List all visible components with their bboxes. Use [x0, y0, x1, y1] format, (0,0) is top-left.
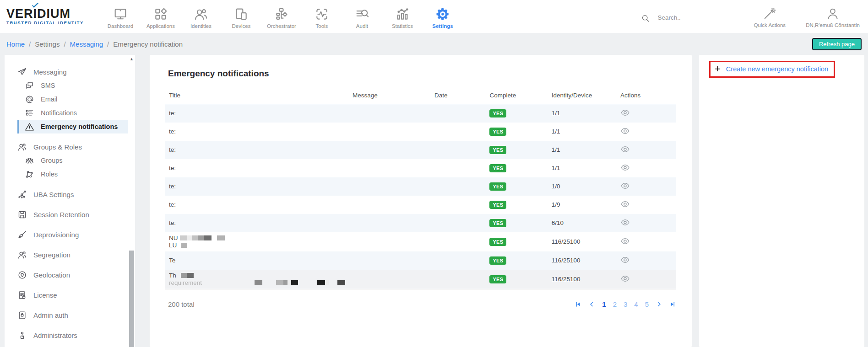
devices-icon: [234, 7, 249, 21]
at-sign-icon: [25, 95, 34, 104]
table-row: te: YES 1/1: [165, 123, 676, 141]
sidebar-item-groups-roles[interactable]: Groups & Roles: [17, 140, 128, 154]
nav-item-settings[interactable]: Settings: [423, 4, 463, 29]
quick-actions-label: Quick Actions: [754, 22, 786, 28]
table-row: te: YES 1/0: [165, 177, 676, 196]
nav-item-tools[interactable]: Tools: [302, 4, 342, 29]
page-number-5[interactable]: 5: [645, 300, 649, 308]
sidebar-item-uba-settings[interactable]: UBA Settings: [17, 187, 128, 201]
eye-icon[interactable]: [620, 108, 630, 117]
eye-icon[interactable]: [620, 163, 630, 172]
actions-cell: [617, 196, 676, 214]
complete-badge: YES: [489, 275, 506, 283]
eye-icon[interactable]: [620, 126, 630, 136]
top-navigation: Dashboard Applications Identities Device…: [100, 4, 463, 29]
prev-page-icon[interactable]: [588, 301, 595, 308]
globe-pin-icon: [17, 270, 27, 280]
topbar-right: Quick Actions DN,R'emuß Cönstantin: [641, 5, 860, 28]
page-number-3[interactable]: 3: [624, 300, 627, 308]
refresh-page-button[interactable]: Refresh page: [812, 38, 862, 50]
breadcrumb-item[interactable]: Home: [6, 40, 25, 48]
page-number-1[interactable]: 1: [602, 300, 606, 308]
nav-label: Orchestrator: [267, 23, 296, 29]
search-input[interactable]: [656, 12, 733, 24]
eye-icon[interactable]: [620, 144, 630, 154]
nav-item-orchestrator[interactable]: Orchestrator: [261, 4, 302, 29]
create-emergency-notification-button[interactable]: + Create new emergency notification: [715, 65, 828, 73]
nav-item-devices[interactable]: Devices: [221, 4, 261, 29]
nav-item-dashboard[interactable]: Dashboard: [100, 4, 141, 29]
sidebar-item-geolocation[interactable]: Geolocation: [17, 268, 128, 282]
redaction-block: [255, 280, 262, 285]
floppy-disk-icon: [17, 210, 27, 219]
eye-icon[interactable]: [620, 274, 630, 283]
user-menu[interactable]: DN,R'emuß Cönstantin: [806, 5, 860, 28]
sidebar-item-segregation[interactable]: Segregation: [17, 248, 128, 262]
sidebar-item-emergency-notifications[interactable]: Emergency notifications: [17, 120, 128, 133]
page-number-2[interactable]: 2: [613, 300, 617, 308]
group-icon: [25, 156, 34, 165]
sidebar-item-administrators[interactable]: Administrators: [17, 328, 128, 342]
complete-cell: YES: [486, 214, 548, 232]
nav-item-identities[interactable]: Identities: [181, 4, 221, 29]
brand-logo[interactable]: VERIDIUM TRUSTED DIGITAL IDENTITY: [6, 8, 84, 25]
sidebar-item-session-retention[interactable]: Session Retention: [17, 208, 128, 221]
sidebar-scrollbar[interactable]: ▲: [129, 57, 135, 347]
sidebar-item-groups[interactable]: Groups: [17, 154, 128, 167]
table-row: te: YES 1/1: [165, 104, 676, 123]
nav-item-audit[interactable]: Audit: [342, 4, 382, 29]
nav-item-statistics[interactable]: Statistics: [382, 4, 423, 29]
scrollbar-thumb[interactable]: [129, 251, 134, 347]
redaction-block: [187, 235, 192, 240]
date-cell: [431, 196, 486, 214]
date-cell: [431, 232, 486, 251]
sidebar-item-notifications[interactable]: Notifications: [17, 106, 128, 120]
breadcrumb-bar: Home/Settings/Messaging/Emergency notifi…: [0, 33, 868, 55]
sidebar-item-email[interactable]: Email: [17, 92, 128, 106]
title-cell: te:: [165, 196, 349, 214]
sidebar-item-label: Roles: [41, 171, 58, 178]
actions-cell: [617, 214, 676, 232]
table-row: te: YES 1/1: [165, 141, 676, 159]
next-page-icon[interactable]: [656, 301, 662, 308]
page-number-4[interactable]: 4: [634, 300, 638, 308]
sidebar-item-roles[interactable]: Roles: [17, 167, 128, 181]
scroll-up-icon[interactable]: ▲: [129, 57, 135, 61]
tools-icon: [315, 7, 329, 21]
eye-icon[interactable]: [620, 218, 630, 227]
row-title: Te: [169, 257, 175, 264]
quick-actions-button[interactable]: Quick Actions: [754, 5, 786, 28]
nav-label: Audit: [356, 23, 368, 29]
magic-wand-icon: [763, 7, 776, 21]
people-icon: [17, 142, 27, 152]
title-cell: te:: [165, 214, 349, 232]
sidebar-item-deprovisioning[interactable]: Deprovisioning: [17, 228, 128, 241]
identities-icon: [194, 7, 208, 21]
brand-name: VERIDIUM: [6, 8, 84, 20]
sidebar-item-label: Emergency notifications: [41, 123, 118, 130]
complete-cell: YES: [486, 104, 548, 123]
eye-icon[interactable]: [620, 255, 630, 265]
first-page-icon[interactable]: [575, 301, 581, 308]
sidebar-item-admin-auth[interactable]: Admin auth: [17, 308, 128, 322]
nav-item-applications[interactable]: Applications: [141, 4, 181, 29]
sidebar-item-messaging[interactable]: Messaging: [17, 65, 128, 79]
eye-icon[interactable]: [620, 181, 630, 191]
complete-cell: YES: [486, 141, 548, 159]
row-title: te:: [169, 110, 176, 117]
column-header: Date: [431, 88, 486, 104]
search-icon[interactable]: [641, 14, 650, 23]
user-icon: [826, 7, 840, 21]
sidebar-item-license[interactable]: License: [17, 288, 128, 302]
redaction-block: [337, 280, 345, 285]
sidebar-item-sms[interactable]: SMS: [17, 79, 128, 92]
eye-icon[interactable]: [620, 236, 630, 246]
last-page-icon[interactable]: [669, 301, 676, 308]
identity-device-cell: 116/25100: [548, 270, 617, 289]
date-cell: [431, 141, 486, 159]
redaction-block: [187, 273, 194, 278]
identity-device-cell: 1/1: [548, 159, 617, 177]
row-title: te:: [169, 201, 176, 208]
breadcrumb-item[interactable]: Messaging: [70, 40, 103, 48]
eye-icon[interactable]: [620, 199, 630, 209]
